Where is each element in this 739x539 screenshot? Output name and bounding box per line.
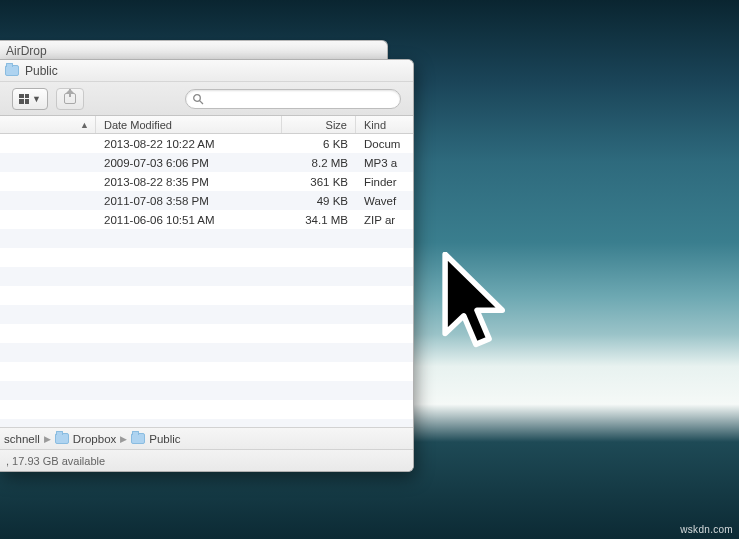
folder-icon: [131, 433, 145, 444]
toolbar: ▼: [0, 82, 413, 116]
path-bar: schnell ▶ Dropbox ▶ Public: [0, 427, 413, 449]
path-segment[interactable]: schnell: [4, 433, 40, 445]
table-row[interactable]: 2013-08-22 10:22 AM 6 KB Docum: [0, 134, 413, 153]
path-segment[interactable]: Dropbox: [55, 433, 116, 445]
sort-indicator-icon: ▲: [80, 120, 89, 130]
search-wrap: [185, 89, 401, 109]
finder-window: Public ▼ ▲ Date Modified Size Kind 2013-…: [0, 59, 414, 472]
titlebar[interactable]: Public: [0, 60, 413, 82]
column-header-name[interactable]: ▲: [0, 116, 96, 133]
table-row: [0, 267, 413, 286]
table-row: [0, 381, 413, 400]
table-row[interactable]: 2013-08-22 8:35 PM 361 KB Finder: [0, 172, 413, 191]
share-icon: [64, 93, 76, 104]
column-header-kind[interactable]: Kind: [356, 116, 413, 133]
view-options-button[interactable]: ▼: [12, 88, 48, 110]
folder-icon: [55, 433, 69, 444]
table-row: [0, 305, 413, 324]
file-list: 2013-08-22 10:22 AM 6 KB Docum 2009-07-0…: [0, 134, 413, 427]
status-bar: , 17.93 GB available: [0, 449, 413, 471]
table-row: [0, 343, 413, 362]
column-headers: ▲ Date Modified Size Kind: [0, 116, 413, 134]
svg-point-0: [194, 94, 201, 101]
window-title: Public: [25, 64, 58, 78]
table-row: [0, 286, 413, 305]
table-row: [0, 324, 413, 343]
status-text: , 17.93 GB available: [6, 455, 105, 467]
table-row: [0, 400, 413, 419]
table-row[interactable]: 2009-07-03 6:06 PM 8.2 MB MP3 a: [0, 153, 413, 172]
svg-line-1: [200, 100, 203, 103]
column-header-size[interactable]: Size: [282, 116, 356, 133]
grid-icon: [19, 94, 29, 104]
chevron-right-icon: ▶: [120, 434, 127, 444]
table-row[interactable]: 2011-07-08 3:58 PM 49 KB Wavef: [0, 191, 413, 210]
table-row: [0, 362, 413, 381]
chevron-down-icon: ▼: [32, 94, 41, 104]
watermark: wskdn.com: [680, 524, 733, 535]
background-window-title: AirDrop: [6, 44, 47, 58]
table-row[interactable]: 2011-06-06 10:51 AM 34.1 MB ZIP ar: [0, 210, 413, 229]
search-input[interactable]: [185, 89, 401, 109]
chevron-right-icon: ▶: [44, 434, 51, 444]
search-icon: [192, 93, 204, 105]
table-row: [0, 229, 413, 248]
share-button[interactable]: [56, 88, 84, 110]
path-segment[interactable]: Public: [131, 433, 180, 445]
folder-icon: [5, 65, 19, 76]
table-row: [0, 248, 413, 267]
column-header-date[interactable]: Date Modified: [96, 116, 282, 133]
cursor-icon: [438, 252, 516, 362]
table-row: [0, 419, 413, 427]
